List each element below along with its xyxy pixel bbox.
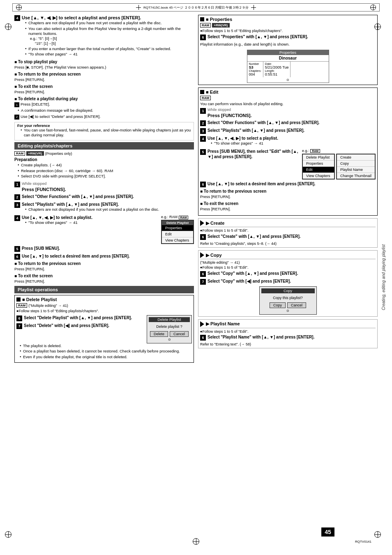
- preparation-bullets: Create playlists. (→ 44) Release protect…: [18, 163, 194, 179]
- delete-step7-text: Select "Delete" with [◀] and press [ENTE…: [24, 323, 109, 328]
- top-bar-text: RQT7415C.book 45 ページ ２００６年２月６日 月曜日 午後３時２…: [143, 5, 249, 10]
- create-tri-icon: [200, 220, 204, 226]
- for-ref-bullet-1: You can use fast-forward, fast-rewind, p…: [21, 128, 191, 138]
- right-edit-step1-text: Press [FUNCTIONS].: [208, 113, 376, 118]
- editing-rw-badge: +RW(VR): [26, 151, 44, 156]
- stop-play-heading: ■ To stop playlist play: [14, 60, 194, 64]
- doc-code: RQTV0141: [355, 540, 371, 543]
- cancel-btn[interactable]: Cancel: [170, 331, 189, 337]
- menu-item-edit: Edit: [162, 231, 193, 237]
- right-edit-step4-num: 4: [200, 136, 206, 142]
- delete-after-bullets: The playlist is deleted. Once a playlist…: [20, 343, 192, 359]
- right-edit-step4-bullets: "To show other pages" → 41: [211, 141, 376, 146]
- prop-chapters-val: 004: [249, 72, 261, 76]
- right-edit-step4-block: 4 Use [▲, ▼, ◀, ▶] to select a playlist.…: [200, 136, 376, 147]
- playlist-name-heading-row: ▶ Playlist Name: [200, 321, 376, 328]
- edit-step4-bullets: "To show other pages" → 41: [25, 220, 159, 225]
- copy-heading: ▶ Copy: [206, 253, 222, 258]
- copy-dialog-cancel-btn[interactable]: Cancel: [287, 302, 306, 308]
- copy-multi-note: ("Multiple editing" → 41): [200, 260, 376, 265]
- edit-step1-block: 1 While stopped Press [FUNCTIONS].: [14, 181, 194, 192]
- playlist-name-step6-block: 6 Select "Playlist Name" with [▲, ▼] and…: [200, 334, 376, 341]
- playlist-name-follow: ●Follow steps 1 to 5 of "Edit".: [200, 329, 376, 334]
- edit-step4-content: 4 Use [▲, ▼, ◀, ▶] to select a playlist.…: [14, 215, 159, 228]
- properties-step6-block: 6 Select "Properties" with [▲, ▼] and pr…: [200, 34, 376, 40]
- delete-during-section: ■ To delete a playlist during play 1 Pre…: [14, 97, 194, 119]
- editing-return-section: ■ To return to the previous screen Press…: [14, 261, 194, 271]
- delete-follow-note: ●Follow steps 1 to 5 of "Editing playlis…: [16, 309, 192, 314]
- create-refer: Refer to "Creating playlists", steps 5–8…: [200, 242, 376, 246]
- edit-step3-text: Select "Playlists" with [▲, ▼] and press…: [22, 202, 119, 207]
- edit-step2-num: 2: [14, 194, 20, 200]
- exit-screen-text: Press [RETURN].: [14, 90, 194, 94]
- playlist-name-heading: ▶ Playlist Name: [206, 321, 240, 327]
- delete-btn[interactable]: Delete: [150, 331, 168, 337]
- editing-prep-note: (Properties only): [45, 152, 72, 156]
- step4-num: 4: [14, 15, 20, 21]
- step4-example2: "15": [1]→[5]: [35, 41, 194, 46]
- delete-step2: 2 Use [◀] to select "Delete" and press […: [14, 114, 194, 120]
- copy-step7-num: 7: [200, 279, 206, 285]
- step4-bullets: Chapters are not displayed if you have n…: [25, 21, 194, 57]
- copy-dialog-copy-btn[interactable]: Copy: [270, 302, 286, 308]
- prop-length-val: 0:55:51: [265, 72, 289, 76]
- copy-tri-icon: [200, 252, 204, 258]
- menu-l-viewchapters: View Chapters: [303, 173, 334, 179]
- menu-item-viewchapters: View Chapters: [162, 237, 193, 243]
- create-heading: ▶ Create: [206, 221, 224, 226]
- exit-screen-heading: ■ To exit the screen: [14, 84, 194, 89]
- prop-date-area: Date: 5/21/2005 Tue Length: 0:55:51: [263, 62, 291, 77]
- delete-step6-block: 6 Select "Delete Playlist" with [▲, ▼] a…: [16, 315, 144, 321]
- editing-ram-badge: RAM: [14, 151, 25, 156]
- edit-step4-text: Use [▲, ▼, ◀, ▶] to select a playlist.: [22, 215, 92, 220]
- prep-bullet-3: Select DVD side with pressing [DRIVE SEL…: [18, 174, 194, 179]
- edit-step6-block: 6 Use [▲, ▼] to select a desired item an…: [14, 253, 194, 260]
- stop-play-section: ■ To stop playlist play Press [■, STOP].…: [14, 60, 194, 69]
- edit-step3-num: 3: [14, 202, 20, 208]
- properties-box-container: Properties Dinosaur Number S3 Chapters: …: [200, 48, 376, 83]
- step4-bullet-4: "To show other pages" → 41: [25, 52, 194, 57]
- edit-step4-example-label: e.g.: RAM RAM: [161, 215, 194, 219]
- copy-dialog-container: Copy Copy this playlist? Copy Cancel ⊙: [200, 286, 376, 315]
- copy-dialog-title: Copy: [261, 288, 315, 293]
- prop-box-title: Properties: [247, 50, 329, 55]
- edit-step4-menu: Delete Playlist Properties Edit View Cha…: [161, 220, 194, 244]
- delete-playlist-section: ■ Delete Playlist RAM ("Multiple editing…: [14, 295, 194, 363]
- copy-heading-row: ▶ Copy: [200, 252, 376, 259]
- right-edit-step2-num: 2: [200, 120, 206, 126]
- create-step6-num: 6: [200, 234, 206, 240]
- return-prev-section: ■ To return to the previous screen Press…: [14, 72, 194, 82]
- edit-step3-block: 3 Select "Playlists" with [▲, ▼] and pre…: [14, 202, 194, 213]
- copy-dialog-buttons: Copy Cancel: [261, 302, 315, 308]
- right-edit-step5-text: Press [SUB MENU], then select "Edit" wit…: [208, 149, 298, 159]
- copy-step6-block: 6 Select "Copy" with [▲, ▼] and press [E…: [200, 271, 376, 277]
- menu-r-playlistname: Playlist Name: [337, 167, 375, 173]
- delete-badges: RAM ("Multiple editing" → 41): [16, 303, 192, 308]
- delete-step1-text: Press [DELETE].: [21, 102, 50, 106]
- preparation-section: Preparation Create playlists. (→ 44) Rel…: [14, 157, 194, 179]
- edit-note: You can perform various kinds of playlis…: [200, 101, 376, 106]
- right-column: ■ Properties RAM +RW(VR) ●Follow steps 1…: [198, 15, 378, 365]
- prop-number-val: S3: [249, 65, 261, 69]
- delete-step2-text: Use [◀] to select "Delete" and press [EN…: [21, 114, 101, 119]
- prop-box-row: Number S3 Chapters: 004 Date: 5/21/2005 …: [247, 61, 329, 77]
- page-number: 45: [321, 527, 334, 537]
- delete-after-1: The playlist is deleted.: [20, 343, 192, 348]
- right-edit-step1-block: 1 While stopped Press [FUNCTIONS].: [200, 108, 376, 118]
- right-edit-step4-bullet: "To show other pages" → 41: [211, 141, 376, 146]
- editing-badges: RAM +RW(VR) (Properties only): [14, 151, 194, 156]
- create-heading-row: ▶ Create: [200, 220, 376, 227]
- copy-dialog: Copy Copy this playlist? Copy Cancel ⊙: [259, 286, 317, 315]
- delete-bullet-area: A confirmation message will be displayed…: [18, 108, 194, 113]
- menu-l-properties: Properties: [303, 161, 334, 167]
- step4-bullet-2: You can also select a playlist from the …: [25, 26, 194, 37]
- edit-menus: Delete Playlist Properties Edit View Cha…: [302, 154, 376, 180]
- for-ref-section: For your reference You can use fast-forw…: [14, 122, 194, 141]
- edit-step1-text: Press [FUNCTIONS].: [22, 187, 194, 192]
- right-edit-step1-num: 1: [200, 108, 206, 114]
- return-prev-text: Press [RETURN].: [14, 77, 194, 82]
- edit-heading-row: ■ Edit: [200, 90, 376, 94]
- right-edit-step5-example-area: e.g.: RAM Delete Playlist Properties Edi…: [302, 149, 376, 180]
- properties-heading-row: ■ Properties: [200, 17, 376, 22]
- properties-ram-badge: RAM: [200, 23, 211, 28]
